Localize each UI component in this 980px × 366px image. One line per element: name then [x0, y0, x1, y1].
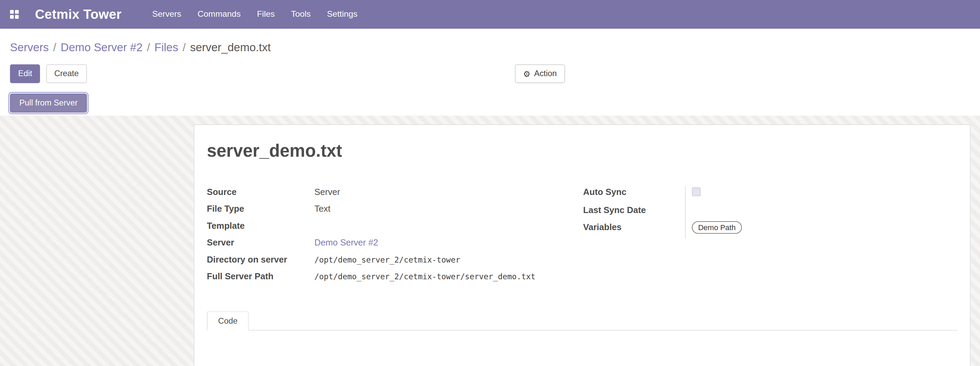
tab-code[interactable]: Code	[207, 311, 249, 331]
field-value: /opt/demo_server_2/cetmix-tower	[315, 254, 583, 266]
app-window: Cetmix Tower Servers Commands Files Tool…	[0, 0, 980, 366]
field-label: Full Server Path	[207, 271, 315, 283]
breadcrumb-current: server_demo.txt	[190, 41, 271, 54]
field-file-type: File Type Text	[207, 203, 583, 215]
field-label: Source	[207, 186, 315, 198]
field-label-variables: Variables	[583, 221, 685, 239]
notebook: Code	[207, 311, 958, 366]
pull-from-server-button[interactable]: Pull from Server	[10, 94, 87, 113]
action-button[interactable]: ⚙ Action	[515, 65, 565, 83]
field-label: Template	[207, 220, 315, 232]
variables-tag-demo-path[interactable]: Demo Path	[692, 221, 742, 234]
workflow-button-row: Pull from Server	[0, 83, 980, 115]
main-menu: Servers Commands Files Tools Settings	[144, 0, 366, 29]
field-label-last-sync-date: Last Sync Date	[583, 205, 685, 221]
content-area: server_demo.txt Source Server File Type …	[0, 116, 980, 366]
field-label: Server	[207, 237, 315, 249]
breadcrumb: Servers/Demo Server #2/Files/server_demo…	[0, 29, 980, 56]
breadcrumb-servers[interactable]: Servers	[10, 41, 49, 54]
field-value: /opt/demo_server_2/cetmix-tower/server_d…	[315, 271, 583, 283]
breadcrumb-separator: /	[142, 41, 154, 54]
field-server: Server Demo Server #2	[207, 237, 583, 249]
breadcrumb-separator: /	[178, 41, 190, 54]
field-value	[315, 220, 583, 232]
menu-tools[interactable]: Tools	[283, 0, 318, 29]
form-sheet: server_demo.txt Source Server File Type …	[194, 124, 970, 366]
tab-bar: Code	[207, 311, 958, 331]
field-group-right: Auto Sync Last Sync Date Variables Demo …	[583, 186, 958, 239]
code-tab-content	[207, 331, 958, 366]
breadcrumb-files[interactable]: Files	[154, 41, 178, 54]
menu-servers[interactable]: Servers	[144, 0, 189, 29]
gear-icon: ⚙	[523, 70, 530, 78]
app-brand[interactable]: Cetmix Tower	[35, 7, 122, 22]
field-source: Source Server	[207, 186, 583, 198]
field-full-server-path: Full Server Path /opt/demo_server_2/cetm…	[207, 271, 583, 283]
button-row: Edit Create ⚙ Action	[0, 56, 980, 83]
create-button[interactable]: Create	[46, 65, 87, 83]
field-groups: Source Server File Type Text Template Se…	[207, 186, 958, 288]
server-link[interactable]: Demo Server #2	[315, 238, 378, 248]
field-value-last-sync-date	[685, 205, 958, 221]
field-template: Template	[207, 220, 583, 232]
menu-files[interactable]: Files	[249, 0, 283, 29]
field-label: Directory on server	[207, 254, 315, 266]
field-value-variables: Demo Path	[685, 221, 958, 239]
menu-settings[interactable]: Settings	[319, 0, 366, 29]
field-label-auto-sync: Auto Sync	[583, 186, 685, 204]
field-label: File Type	[207, 203, 315, 215]
menu-commands[interactable]: Commands	[189, 0, 249, 29]
field-value-auto-sync	[685, 186, 958, 204]
top-navbar: Cetmix Tower Servers Commands Files Tool…	[0, 0, 980, 29]
field-directory-on-server: Directory on server /opt/demo_server_2/c…	[207, 254, 583, 266]
action-button-label: Action	[534, 69, 557, 78]
breadcrumb-separator: /	[49, 41, 61, 54]
field-group-left: Source Server File Type Text Template Se…	[207, 186, 583, 288]
apps-grid-icon[interactable]	[10, 10, 19, 19]
field-value: Text	[315, 203, 583, 215]
field-value: Server	[315, 186, 583, 198]
edit-button[interactable]: Edit	[10, 65, 40, 83]
breadcrumb-demo-server[interactable]: Demo Server #2	[61, 41, 143, 54]
record-title: server_demo.txt	[207, 142, 958, 161]
control-panel: Servers/Demo Server #2/Files/server_demo…	[0, 29, 980, 115]
auto-sync-checkbox[interactable]	[692, 188, 701, 196]
